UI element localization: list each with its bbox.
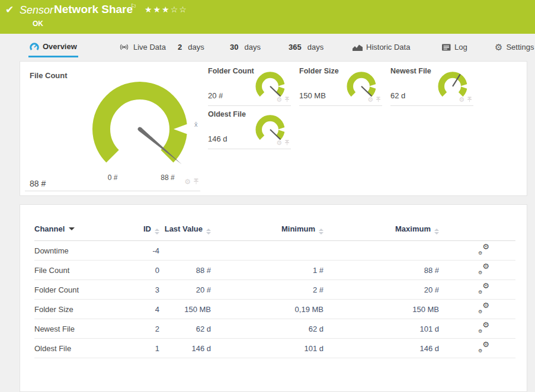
column-header-edit bbox=[439, 221, 515, 241]
tab-day-count: 30 bbox=[230, 43, 238, 52]
channel-id: 2 bbox=[127, 319, 159, 339]
gauge-title: Folder Size bbox=[299, 67, 339, 75]
pin-icon[interactable] bbox=[284, 137, 290, 148]
average-marker: x̄ bbox=[194, 121, 198, 128]
channel-last-value: 146 d bbox=[159, 339, 211, 358]
gear-icon[interactable]: ⚙ bbox=[184, 178, 191, 185]
gauge-cell-folder-size[interactable]: Folder Size 150 MB ⚙ bbox=[299, 67, 382, 106]
gear-icon[interactable]: ⚙ bbox=[459, 97, 464, 103]
broadcast-icon bbox=[118, 43, 130, 51]
edit-channel-icon[interactable]: ⚙⚙ bbox=[478, 245, 489, 255]
tab-2-days[interactable]: 2 days bbox=[177, 37, 206, 57]
gear-icon[interactable]: ⚙ bbox=[276, 97, 282, 103]
gauge-scale-max: 88 # bbox=[155, 173, 181, 182]
tab-historic-data[interactable]: Historic Data bbox=[351, 37, 411, 57]
channel-id: 1 bbox=[127, 339, 159, 358]
channel-maximum: 146 d bbox=[323, 339, 439, 358]
channel-name[interactable]: Downtime bbox=[34, 241, 127, 261]
gauge-value: 88 # bbox=[30, 179, 46, 188]
gauge-cell-newest-file[interactable]: Newest File 62 d ⚙ bbox=[390, 67, 473, 106]
edit-channel-icon[interactable]: ⚙⚙ bbox=[478, 284, 489, 294]
tab-live-data[interactable]: Live Data bbox=[117, 37, 167, 57]
gauge-title: Newest File bbox=[390, 67, 431, 75]
channel-id: 4 bbox=[127, 300, 159, 319]
gauge-cell-oldest-file[interactable]: Oldest File 146 d ⚙ bbox=[208, 110, 291, 149]
gear-icon[interactable]: ⚙ bbox=[276, 140, 282, 146]
pin-icon[interactable] bbox=[284, 94, 290, 105]
channel-maximum: 88 # bbox=[323, 261, 439, 280]
table-row-file-count: File Count 0 88 # 1 # 88 # ⚙⚙ bbox=[34, 261, 515, 280]
tab-30-days[interactable]: 30 days bbox=[229, 37, 262, 57]
edit-channel-icon[interactable]: ⚙⚙ bbox=[478, 323, 489, 333]
sort-icon bbox=[319, 229, 323, 234]
column-header-minimum[interactable]: Minimum bbox=[211, 221, 323, 241]
channel-table: Channel ID Last Value Minimum Maximum bbox=[34, 221, 515, 358]
gauge-cell-folder-count[interactable]: Folder Count 20 # ⚙ bbox=[208, 67, 291, 106]
status-badge: OK bbox=[33, 20, 43, 28]
gauge-value: 146 d bbox=[208, 134, 228, 143]
channel-name[interactable]: Folder Count bbox=[34, 280, 127, 300]
log-icon bbox=[442, 44, 451, 51]
channel-name[interactable]: Newest File bbox=[34, 319, 127, 339]
channel-last-value: 150 MB bbox=[159, 300, 211, 319]
sensor-header: ✔ Sensor Network Share ⚐ ★★★☆☆ OK bbox=[0, 0, 535, 34]
table-header-row: Channel ID Last Value Minimum Maximum bbox=[34, 221, 515, 241]
column-label: ID bbox=[143, 224, 151, 233]
gauge-title: File Count bbox=[30, 71, 68, 80]
gear-icon[interactable]: ⚙ bbox=[367, 97, 373, 103]
tab-overview[interactable]: Overview bbox=[28, 37, 78, 57]
channel-name[interactable]: File Count bbox=[34, 261, 127, 280]
sensor-title: Network Share bbox=[54, 3, 133, 16]
channel-minimum: 1 # bbox=[211, 261, 323, 280]
tab-label: Settings bbox=[506, 43, 534, 52]
edit-channel-icon[interactable]: ⚙⚙ bbox=[478, 264, 489, 274]
tab-label: days bbox=[307, 43, 323, 52]
gauge-scale-min: 0 # bbox=[100, 173, 126, 182]
priority-stars[interactable]: ★★★☆☆ bbox=[145, 5, 188, 14]
column-header-last-value[interactable]: Last Value bbox=[159, 221, 211, 241]
channel-last-value: 20 # bbox=[159, 280, 211, 300]
sensor-kind-label: Sensor bbox=[20, 4, 53, 17]
channel-name[interactable]: Oldest File bbox=[34, 339, 127, 358]
channel-maximum: 150 MB bbox=[323, 300, 439, 319]
channel-minimum: 101 d bbox=[211, 339, 323, 358]
tab-365-days[interactable]: 365 days bbox=[287, 37, 325, 57]
flag-icon[interactable]: ⚐ bbox=[130, 2, 137, 11]
column-header-maximum[interactable]: Maximum bbox=[323, 221, 439, 241]
table-row-newest-file: Newest File 2 62 d 62 d 101 d ⚙⚙ bbox=[34, 319, 515, 339]
channel-table-panel: Channel ID Last Value Minimum Maximum bbox=[20, 204, 527, 392]
tab-label: Historic Data bbox=[366, 43, 410, 52]
area-chart-icon bbox=[353, 44, 363, 51]
sort-icon bbox=[434, 229, 439, 234]
tab-label: Overview bbox=[43, 42, 77, 51]
tab-day-count: 365 bbox=[289, 43, 302, 52]
gauge-cell-file-count[interactable]: File Count 0 # 88 # x̄ 88 # ⚙ bbox=[25, 66, 200, 191]
tab-label: Log bbox=[454, 43, 467, 52]
channel-id: 3 bbox=[127, 280, 159, 300]
column-header-channel[interactable]: Channel bbox=[34, 221, 127, 241]
channel-last-value bbox=[159, 241, 211, 261]
channel-last-value: 62 d bbox=[159, 319, 211, 339]
table-row-oldest-file: Oldest File 1 146 d 101 d 146 d ⚙⚙ bbox=[34, 339, 515, 358]
channel-minimum: 2 # bbox=[211, 280, 323, 300]
file-count-gauge bbox=[81, 67, 199, 179]
tab-label: Live Data bbox=[133, 43, 166, 52]
pin-icon[interactable] bbox=[467, 94, 472, 105]
channel-name[interactable]: Folder Size bbox=[34, 300, 127, 319]
edit-channel-icon[interactable]: ⚙⚙ bbox=[478, 303, 489, 313]
channel-id: 0 bbox=[127, 261, 159, 280]
edit-channel-icon[interactable]: ⚙⚙ bbox=[478, 342, 489, 352]
pin-icon[interactable] bbox=[376, 94, 381, 105]
tab-settings[interactable]: ⚙ Settings bbox=[494, 37, 535, 57]
status-ok-check-icon: ✔ bbox=[5, 4, 14, 16]
column-label: Maximum bbox=[395, 224, 431, 233]
channel-last-value: 88 # bbox=[159, 261, 211, 280]
column-header-id[interactable]: ID bbox=[127, 221, 159, 241]
table-row-downtime: Downtime -4 ⚙⚙ bbox=[34, 241, 515, 261]
channel-maximum: 101 d bbox=[323, 319, 439, 339]
pin-icon[interactable] bbox=[193, 176, 199, 187]
sort-icon bbox=[155, 229, 159, 234]
channel-maximum: 20 # bbox=[323, 280, 439, 300]
gauge-icon bbox=[30, 42, 39, 51]
tab-log[interactable]: Log bbox=[441, 37, 469, 57]
